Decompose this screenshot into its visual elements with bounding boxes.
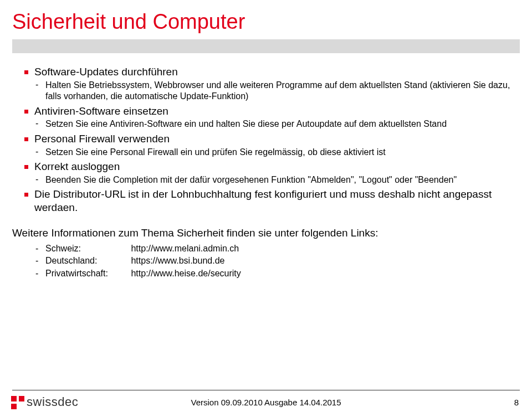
link-row: - Privatwirtschaft: http://www.heise.de/… [12, 267, 520, 280]
item-heading: Die Distributor-URL ist in der Lohnbuchh… [34, 188, 520, 214]
list-item: Antiviren-Software einsetzen - Setzen Si… [12, 105, 520, 130]
footer-divider [12, 390, 520, 390]
swissdec-logo: swissdec [11, 395, 78, 409]
page-title: Sicherheit und Computer [0, 0, 532, 39]
link-label: Schweiz: [45, 243, 129, 255]
item-heading: Personal Firewall verwenden [34, 132, 520, 146]
dash-icon: - [35, 174, 38, 184]
dash-icon: - [35, 255, 38, 267]
sub-text: Halten Sie Betriebssystem, Webbrowser un… [45, 80, 520, 102]
logo-mark-icon [11, 396, 24, 409]
logo-text: swissdec [27, 395, 78, 409]
item-heading: Software-Updates durchführen [34, 65, 520, 79]
link-row: - Deutschland: https://www.bsi.bund.de [12, 255, 520, 267]
sub-item: - Setzen Sie eine Antiviren-Software ein… [34, 119, 520, 130]
sub-list: - Setzen Sie eine Antiviren-Software ein… [34, 119, 520, 130]
link-label: Deutschland: [45, 255, 129, 267]
list-item: Personal Firewall verwenden - Setzen Sie… [12, 132, 520, 158]
sub-text: Beenden Sie die Completion mit der dafür… [45, 174, 520, 186]
main-list: Software-Updates durchführen - Halten Si… [12, 65, 520, 214]
more-info-text: Weitere Informationen zum Thema Sicherhe… [12, 227, 520, 239]
sub-list: - Beenden Sie die Completion mit der daf… [34, 174, 520, 186]
link-row: - Schweiz: http://www.melani.admin.ch [12, 243, 520, 255]
sub-list: - Halten Sie Betriebssystem, Webbrowser … [34, 80, 520, 102]
sub-text: Setzen Sie eine Antiviren-Software ein u… [45, 119, 520, 130]
sub-item: - Setzen Sie eine Personal Firewall ein … [34, 147, 520, 158]
item-heading: Antiviren-Software einsetzen [34, 105, 520, 118]
dash-icon: - [35, 147, 38, 157]
dash-icon: - [35, 243, 38, 255]
dash-icon: - [35, 119, 38, 128]
list-item: Korrekt ausloggen - Beenden Sie die Comp… [12, 160, 520, 186]
bullet-icon [24, 137, 28, 141]
bullet-icon [24, 193, 28, 197]
sub-item: - Halten Sie Betriebssystem, Webbrowser … [34, 80, 520, 102]
footer-row: swissdec Version 09.09.2010 Ausgabe 14.0… [0, 394, 532, 409]
link-url[interactable]: https://www.bsi.bund.de [131, 256, 224, 265]
dash-icon: - [35, 267, 38, 280]
link-url[interactable]: http://www.melani.admin.ch [131, 244, 239, 253]
bullet-icon [24, 70, 28, 74]
sub-list: - Setzen Sie eine Personal Firewall ein … [34, 147, 520, 158]
bullet-icon [24, 165, 28, 169]
content-area: Software-Updates durchführen - Halten Si… [0, 56, 532, 280]
link-url[interactable]: http://www.heise.de/security [131, 269, 241, 278]
list-item: Die Distributor-URL ist in der Lohnbuchh… [12, 188, 520, 214]
page-number: 8 [514, 398, 519, 407]
footer: swissdec Version 09.09.2010 Ausgabe 14.0… [0, 390, 532, 409]
version-text: Version 09.09.2010 Ausgabe 14.04.2015 [191, 398, 341, 407]
list-item: Software-Updates durchführen - Halten Si… [12, 65, 520, 102]
link-label: Privatwirtschaft: [45, 267, 129, 280]
sub-item: - Beenden Sie die Completion mit der daf… [34, 174, 520, 186]
bullet-icon [24, 110, 28, 114]
item-heading: Korrekt ausloggen [34, 160, 520, 173]
sub-text: Setzen Sie eine Personal Firewall ein un… [45, 147, 520, 158]
dash-icon: - [35, 80, 38, 90]
title-underline [12, 39, 520, 53]
